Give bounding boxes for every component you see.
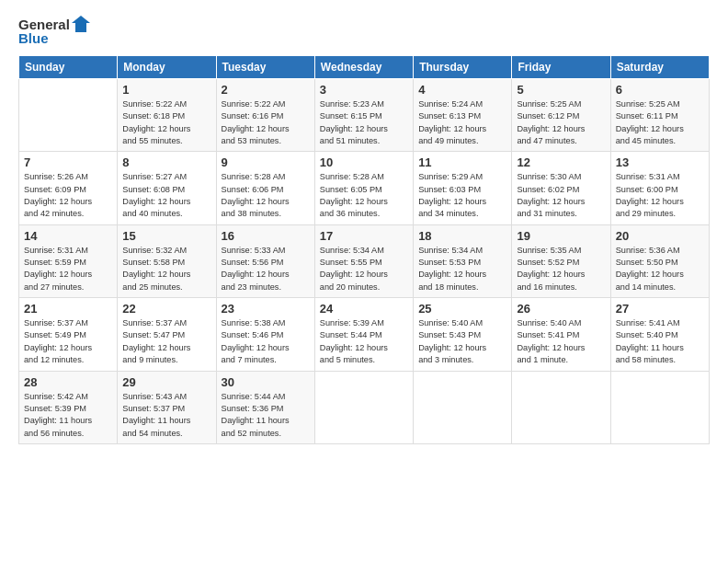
day-info: Sunrise: 5:36 AMSunset: 5:50 PMDaylight:… (616, 245, 704, 293)
day-number: 2 (222, 83, 310, 97)
calendar-cell: 5Sunrise: 5:25 AMSunset: 6:12 PMDaylight… (512, 79, 610, 152)
day-number: 15 (122, 229, 210, 243)
day-info: Sunrise: 5:27 AMSunset: 6:08 PMDaylight:… (122, 171, 210, 220)
calendar-cell: 3Sunrise: 5:23 AMSunset: 6:15 PMDaylight… (314, 79, 413, 152)
calendar-cell: 7Sunrise: 5:26 AMSunset: 6:09 PMDaylight… (19, 152, 118, 224)
day-info: Sunrise: 5:32 AMSunset: 5:58 PMDaylight:… (122, 245, 210, 293)
day-number: 18 (418, 229, 506, 243)
day-number: 30 (222, 375, 310, 389)
col-header-wednesday: Wednesday (314, 56, 413, 79)
day-info: Sunrise: 5:34 AMSunset: 5:53 PMDaylight:… (418, 245, 506, 293)
calendar-cell: 2Sunrise: 5:22 AMSunset: 6:16 PMDaylight… (216, 79, 314, 152)
calendar-cell: 20Sunrise: 5:36 AMSunset: 5:50 PMDayligh… (610, 224, 709, 297)
day-info: Sunrise: 5:23 AMSunset: 6:15 PMDaylight:… (320, 98, 408, 147)
day-info: Sunrise: 5:39 AMSunset: 5:44 PMDaylight:… (320, 317, 408, 366)
day-number: 16 (222, 229, 310, 243)
calendar-cell: 22Sunrise: 5:37 AMSunset: 5:47 PMDayligh… (118, 298, 216, 371)
calendar-cell: 28Sunrise: 5:42 AMSunset: 5:39 PMDayligh… (19, 371, 118, 443)
day-info: Sunrise: 5:30 AMSunset: 6:02 PMDaylight:… (517, 171, 605, 220)
calendar-cell: 6Sunrise: 5:25 AMSunset: 6:11 PMDaylight… (610, 79, 709, 152)
day-info: Sunrise: 5:41 AMSunset: 5:40 PMDaylight:… (616, 317, 704, 366)
calendar-cell: 8Sunrise: 5:27 AMSunset: 6:08 PMDaylight… (118, 152, 216, 224)
col-header-tuesday: Tuesday (216, 56, 314, 79)
day-info: Sunrise: 5:43 AMSunset: 5:37 PMDaylight:… (122, 391, 210, 440)
calendar-cell: 19Sunrise: 5:35 AMSunset: 5:52 PMDayligh… (512, 224, 610, 297)
calendar-cell: 14Sunrise: 5:31 AMSunset: 5:59 PMDayligh… (19, 224, 118, 297)
day-info: Sunrise: 5:31 AMSunset: 5:59 PMDaylight:… (24, 245, 112, 293)
svg-marker-0 (72, 16, 90, 32)
calendar-cell: 27Sunrise: 5:41 AMSunset: 5:40 PMDayligh… (610, 298, 709, 371)
calendar-cell: 11Sunrise: 5:29 AMSunset: 6:03 PMDayligh… (414, 152, 512, 224)
day-info: Sunrise: 5:37 AMSunset: 5:49 PMDaylight:… (24, 317, 112, 366)
day-number: 11 (418, 155, 506, 169)
calendar-cell: 26Sunrise: 5:40 AMSunset: 5:41 PMDayligh… (512, 298, 610, 371)
col-header-saturday: Saturday (610, 56, 709, 79)
day-info: Sunrise: 5:38 AMSunset: 5:46 PMDaylight:… (222, 317, 310, 366)
day-number: 4 (418, 83, 506, 97)
day-info: Sunrise: 5:22 AMSunset: 6:16 PMDaylight:… (222, 98, 310, 147)
day-number: 12 (517, 155, 605, 169)
page-header: General Blue (18, 17, 710, 46)
day-number: 6 (616, 83, 704, 97)
day-number: 27 (616, 302, 704, 316)
day-info: Sunrise: 5:22 AMSunset: 6:18 PMDaylight:… (122, 98, 210, 147)
day-number: 29 (122, 375, 210, 389)
calendar-cell (414, 371, 512, 443)
day-info: Sunrise: 5:42 AMSunset: 5:39 PMDaylight:… (24, 391, 112, 440)
day-info: Sunrise: 5:29 AMSunset: 6:03 PMDaylight:… (418, 171, 506, 220)
day-number: 3 (320, 83, 408, 97)
calendar-table: SundayMondayTuesdayWednesdayThursdayFrid… (18, 55, 710, 444)
day-number: 9 (222, 155, 310, 169)
day-number: 19 (517, 229, 605, 243)
day-number: 10 (320, 155, 408, 169)
calendar-cell: 10Sunrise: 5:28 AMSunset: 6:05 PMDayligh… (314, 152, 413, 224)
day-info: Sunrise: 5:37 AMSunset: 5:47 PMDaylight:… (122, 317, 210, 366)
day-info: Sunrise: 5:26 AMSunset: 6:09 PMDaylight:… (24, 171, 112, 220)
calendar-cell (610, 371, 709, 443)
calendar-cell: 4Sunrise: 5:24 AMSunset: 6:13 PMDaylight… (414, 79, 512, 152)
calendar-cell: 12Sunrise: 5:30 AMSunset: 6:02 PMDayligh… (512, 152, 610, 224)
col-header-friday: Friday (512, 56, 610, 79)
day-number: 17 (320, 229, 408, 243)
day-number: 28 (24, 375, 112, 389)
calendar-cell: 21Sunrise: 5:37 AMSunset: 5:49 PMDayligh… (19, 298, 118, 371)
day-info: Sunrise: 5:34 AMSunset: 5:55 PMDaylight:… (320, 245, 408, 293)
day-number: 5 (517, 83, 605, 97)
calendar-cell: 25Sunrise: 5:40 AMSunset: 5:43 PMDayligh… (414, 298, 512, 371)
day-number: 7 (24, 155, 112, 169)
col-header-monday: Monday (118, 56, 216, 79)
col-header-sunday: Sunday (19, 56, 118, 79)
calendar-cell: 16Sunrise: 5:33 AMSunset: 5:56 PMDayligh… (216, 224, 314, 297)
calendar-cell (512, 371, 610, 443)
day-info: Sunrise: 5:24 AMSunset: 6:13 PMDaylight:… (418, 98, 506, 147)
day-number: 26 (517, 302, 605, 316)
day-info: Sunrise: 5:25 AMSunset: 6:12 PMDaylight:… (517, 98, 605, 147)
day-number: 1 (122, 83, 210, 97)
day-info: Sunrise: 5:28 AMSunset: 6:05 PMDaylight:… (320, 171, 408, 220)
calendar-cell (19, 79, 118, 152)
day-info: Sunrise: 5:25 AMSunset: 6:11 PMDaylight:… (616, 98, 704, 147)
calendar-cell: 29Sunrise: 5:43 AMSunset: 5:37 PMDayligh… (118, 371, 216, 443)
day-number: 24 (320, 302, 408, 316)
day-info: Sunrise: 5:44 AMSunset: 5:36 PMDaylight:… (222, 391, 310, 440)
day-number: 13 (616, 155, 704, 169)
calendar-cell: 13Sunrise: 5:31 AMSunset: 6:00 PMDayligh… (610, 152, 709, 224)
day-info: Sunrise: 5:31 AMSunset: 6:00 PMDaylight:… (616, 171, 704, 220)
calendar-cell: 1Sunrise: 5:22 AMSunset: 6:18 PMDaylight… (118, 79, 216, 152)
calendar-cell: 17Sunrise: 5:34 AMSunset: 5:55 PMDayligh… (314, 224, 413, 297)
day-info: Sunrise: 5:28 AMSunset: 6:06 PMDaylight:… (222, 171, 310, 220)
day-number: 22 (122, 302, 210, 316)
day-number: 14 (24, 229, 112, 243)
day-number: 8 (122, 155, 210, 169)
logo: General Blue (18, 17, 92, 46)
day-info: Sunrise: 5:40 AMSunset: 5:41 PMDaylight:… (517, 317, 605, 366)
day-info: Sunrise: 5:40 AMSunset: 5:43 PMDaylight:… (418, 317, 506, 366)
calendar-cell: 24Sunrise: 5:39 AMSunset: 5:44 PMDayligh… (314, 298, 413, 371)
day-info: Sunrise: 5:33 AMSunset: 5:56 PMDaylight:… (222, 245, 310, 293)
calendar-cell: 18Sunrise: 5:34 AMSunset: 5:53 PMDayligh… (414, 224, 512, 297)
calendar-cell: 23Sunrise: 5:38 AMSunset: 5:46 PMDayligh… (216, 298, 314, 371)
day-number: 20 (616, 229, 704, 243)
day-number: 23 (222, 302, 310, 316)
day-number: 25 (418, 302, 506, 316)
day-number: 21 (24, 302, 112, 316)
